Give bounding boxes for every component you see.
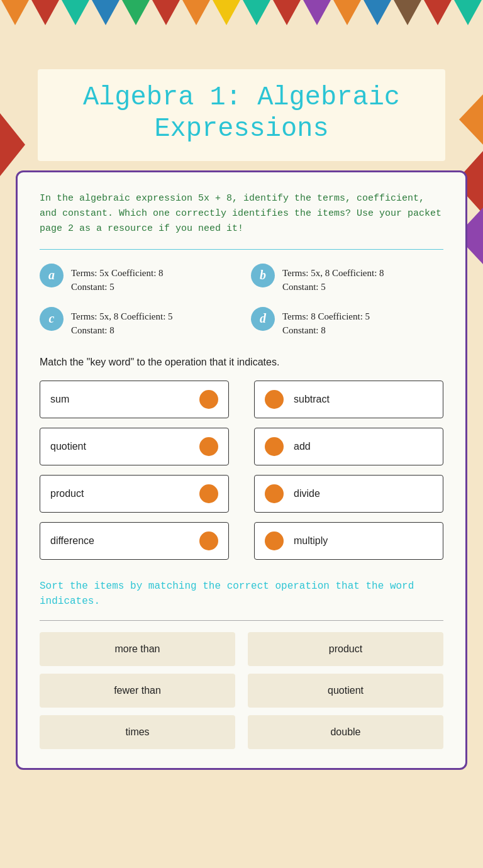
- match-right-multiply[interactable]: multiply: [254, 522, 443, 560]
- option-c-circle: c: [40, 307, 64, 331]
- flag-11: [303, 0, 331, 25]
- content-card: In the algebraic expression 5x + 8, iden…: [16, 170, 467, 770]
- options-grid: a Terms: 5x Coefficient: 8Constant: 5 b …: [40, 264, 443, 338]
- option-d[interactable]: d Terms: 8 Coefficient: 5Constant: 8: [251, 307, 443, 338]
- connector-dot-quotient: [199, 437, 218, 456]
- option-a-text: Terms: 5x Coefficient: 8Constant: 5: [71, 264, 164, 294]
- match-right-divide[interactable]: divide: [254, 475, 443, 513]
- sort-item-more-than[interactable]: more than: [40, 632, 235, 666]
- match-label-add: add: [294, 441, 311, 452]
- connector-dot-multiply: [265, 531, 284, 550]
- divider-1: [40, 249, 443, 250]
- match-label-product: product: [50, 488, 84, 499]
- sort-item-product[interactable]: product: [248, 632, 443, 666]
- sort-item-times[interactable]: times: [40, 715, 235, 749]
- flag-5: [122, 0, 150, 25]
- flag-2: [31, 0, 59, 25]
- flag-16: [454, 0, 482, 25]
- flag-10: [273, 0, 301, 25]
- option-a-circle: a: [40, 264, 64, 287]
- option-c[interactable]: c Terms: 5x, 8 Coefficient: 5Constant: 8: [40, 307, 232, 338]
- side-flag-right-teal: [459, 94, 483, 145]
- side-flag-left: [0, 113, 25, 176]
- sort-item-double[interactable]: double: [248, 715, 443, 749]
- title-box: Algebra 1: Algebraic Expressions: [38, 69, 445, 161]
- flag-6: [152, 0, 180, 25]
- flag-12: [333, 0, 361, 25]
- flag-1: [1, 0, 29, 25]
- option-b-circle: b: [251, 264, 275, 287]
- option-c-text: Terms: 5x, 8 Coefficient: 5Constant: 8: [71, 307, 173, 338]
- flag-7: [182, 0, 210, 25]
- match-left-sum[interactable]: sum: [40, 381, 229, 418]
- match-label-sum: sum: [50, 394, 69, 405]
- option-b-text: Terms: 5x, 8 Coefficient: 8Constant: 5: [282, 264, 384, 294]
- option-a[interactable]: a Terms: 5x Coefficient: 8Constant: 5: [40, 264, 232, 294]
- flag-15: [424, 0, 452, 25]
- match-right-subtract[interactable]: subtract: [254, 381, 443, 418]
- flag-3: [62, 0, 89, 25]
- option-d-circle: d: [251, 307, 275, 331]
- match-left-quotient[interactable]: quotient: [40, 428, 229, 465]
- match-grid: sum subtract quotient add product divide…: [40, 381, 443, 560]
- sort-item-quotient[interactable]: quotient: [248, 674, 443, 708]
- option-b[interactable]: b Terms: 5x, 8 Coefficient: 8Constant: 5: [251, 264, 443, 294]
- bunting: [0, 0, 483, 25]
- match-label-subtract: subtract: [294, 394, 330, 405]
- match-left-difference[interactable]: difference: [40, 522, 229, 560]
- connector-dot-add: [265, 437, 284, 456]
- match-label-multiply: multiply: [294, 535, 328, 547]
- option-d-text: Terms: 8 Coefficient: 5Constant: 8: [282, 307, 370, 338]
- page-title: Algebra 1: Algebraic Expressions: [57, 82, 426, 145]
- sort-grid: more than product fewer than quotient ti…: [40, 632, 443, 749]
- flag-8: [213, 0, 240, 25]
- connector-dot-difference: [199, 531, 218, 550]
- match-label-divide: divide: [294, 488, 320, 499]
- match-label-difference: difference: [50, 535, 94, 547]
- flag-9: [243, 0, 270, 25]
- match-right-add[interactable]: add: [254, 428, 443, 465]
- connector-dot-divide: [265, 484, 284, 503]
- question1-instruction: In the algebraic expression 5x + 8, iden…: [40, 191, 443, 236]
- question3-instruction: Sort the items by matching the correct o…: [40, 579, 443, 609]
- flag-14: [394, 0, 421, 25]
- connector-dot-sum: [199, 390, 218, 409]
- flag-13: [364, 0, 391, 25]
- match-left-product[interactable]: product: [40, 475, 229, 513]
- question2-instruction: Match the "key word" to the operation th…: [40, 357, 443, 368]
- sort-item-fewer-than[interactable]: fewer than: [40, 674, 235, 708]
- flag-4: [92, 0, 119, 25]
- connector-dot-subtract: [265, 390, 284, 409]
- match-label-quotient: quotient: [50, 441, 86, 452]
- banner-area: [0, 0, 483, 63]
- sort-divider: [40, 620, 443, 621]
- connector-dot-product: [199, 484, 218, 503]
